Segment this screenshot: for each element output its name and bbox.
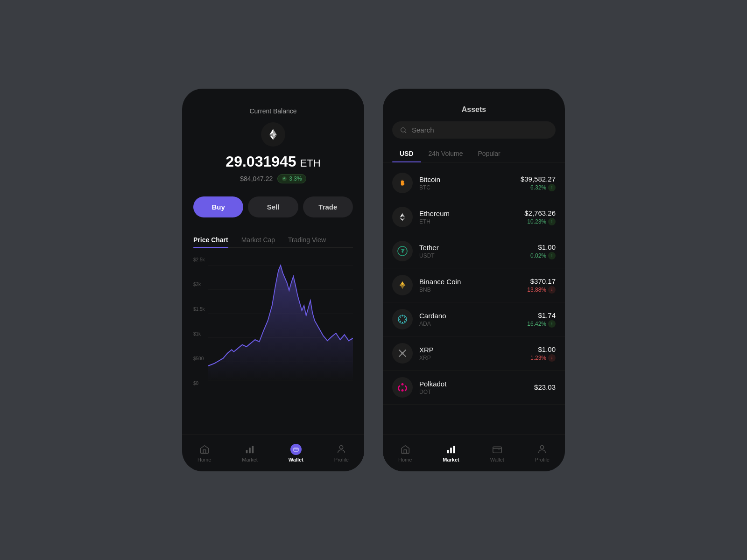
svg-point-39 <box>402 383 404 385</box>
ada-symbol: ADA <box>419 321 521 327</box>
nav-profile-right[interactable]: Profile <box>535 444 550 462</box>
ada-name: Cardano <box>419 312 521 320</box>
eth-price: $2,763.26 <box>524 209 556 217</box>
svg-point-17 <box>340 445 343 448</box>
nav-wallet[interactable]: Wallet <box>289 444 303 462</box>
eth-icon <box>261 122 285 147</box>
nav-home-right[interactable]: Home <box>398 444 412 462</box>
usdt-icon: ₮ <box>392 241 413 261</box>
dot-name: Polkadot <box>419 380 528 388</box>
tab-price-chart[interactable]: Price Chart <box>193 232 228 247</box>
tab-popular[interactable]: Popular <box>471 146 508 162</box>
btc-info: Bitcoin BTC <box>419 175 514 191</box>
asset-tabs: USD 24h Volume Popular <box>383 146 565 162</box>
xrp-name: XRP <box>419 346 524 354</box>
xrp-change: 1.23% ↓ <box>530 354 556 362</box>
svg-point-37 <box>404 316 405 317</box>
asset-row-ada[interactable]: Cardano ADA $1.74 16.42% ↑ <box>383 302 565 336</box>
bnb-change: 13.88% ↓ <box>527 286 556 294</box>
home-icon <box>199 444 210 455</box>
svg-point-38 <box>402 352 404 355</box>
chart-wrapper: $2.5k $2k $1.5k $1k $500 $0 <box>193 255 353 388</box>
asset-row-dot[interactable]: Polkadot DOT $23.03 <box>383 371 565 405</box>
svg-marker-22 <box>400 218 403 221</box>
bnb-name: Binance Coin <box>419 278 521 286</box>
sell-button[interactable]: Sell <box>248 196 298 217</box>
usdt-info: Tether USDT <box>419 244 524 259</box>
y-label-0: $0 <box>193 381 204 386</box>
svg-marker-19 <box>402 213 405 217</box>
eth-list-icon <box>392 207 413 227</box>
xrp-price: $1.00 <box>530 345 556 353</box>
tab-usd[interactable]: USD <box>392 146 421 162</box>
nav-wallet-label: Wallet <box>289 457 303 462</box>
tab-trading-view[interactable]: Trading View <box>288 232 326 247</box>
svg-point-30 <box>402 315 403 316</box>
asset-row-eth[interactable]: Ethereum ETH $2,763.26 10.23% ↑ <box>383 200 565 234</box>
bnb-change-icon: ↓ <box>548 286 556 294</box>
search-input[interactable] <box>412 126 548 134</box>
asset-row-btc[interactable]: Bitcoin BTC $39,582.27 6.32% ↑ <box>383 166 565 200</box>
market-icon <box>244 444 255 455</box>
dot-price: $23.03 <box>534 383 556 391</box>
dot-symbol: DOT <box>419 389 528 395</box>
assets-title: Assets <box>383 89 565 121</box>
chart-tabs: Price Chart Market Cap Trading View <box>193 232 353 248</box>
svg-rect-14 <box>249 448 251 453</box>
right-phone: Assets USD 24h Volume Popular <box>383 89 565 471</box>
balance-currency: ETH <box>300 157 321 169</box>
tab-24h-volume[interactable]: 24h Volume <box>421 146 471 162</box>
profile-icon-left <box>336 444 347 455</box>
buy-button[interactable]: Buy <box>193 196 243 217</box>
nav-home-label: Home <box>197 457 211 462</box>
action-buttons: Buy Sell Trade <box>193 196 353 217</box>
nav-profile-label-right: Profile <box>535 457 550 462</box>
svg-rect-43 <box>453 446 455 453</box>
svg-rect-15 <box>252 446 254 453</box>
btc-price-col: $39,582.27 6.32% ↑ <box>521 175 556 191</box>
svg-marker-21 <box>402 218 405 221</box>
svg-rect-13 <box>246 449 248 453</box>
nav-market[interactable]: Market <box>242 444 258 462</box>
dot-price-col: $23.03 <box>534 383 556 392</box>
btc-change-icon: ↑ <box>548 184 556 191</box>
tab-market-cap[interactable]: Market Cap <box>241 232 275 247</box>
market-icon-right <box>445 444 457 455</box>
eth-change-icon: ↑ <box>548 218 556 225</box>
y-label-2500: $2.5k <box>193 257 204 262</box>
btc-symbol: BTC <box>419 184 514 191</box>
asset-row-xrp[interactable]: XRP XRP $1.00 1.23% ↓ <box>383 336 565 371</box>
asset-row-usdt[interactable]: ₮ Tether USDT $1.00 0.02% ↑ <box>383 234 565 268</box>
usdt-change-icon: ↑ <box>548 252 556 259</box>
nav-profile-left[interactable]: Profile <box>334 444 349 462</box>
trade-button[interactable]: Trade <box>303 196 353 217</box>
eth-info: Ethereum ETH <box>419 210 518 225</box>
ada-price-col: $1.74 16.42% ↑ <box>527 311 556 328</box>
btc-change: 6.32% ↑ <box>521 184 556 191</box>
usdt-name: Tether <box>419 244 524 252</box>
nav-market-right[interactable]: Market <box>443 444 459 462</box>
svg-rect-42 <box>450 448 452 453</box>
nav-wallet-right[interactable]: Wallet <box>490 444 504 462</box>
usd-value: $84,047.22 <box>240 175 273 182</box>
change-badge: 3.3% <box>277 174 306 183</box>
svg-rect-16 <box>294 448 298 451</box>
asset-row-bnb[interactable]: Binance Coin BNB $370.17 13.88% ↓ <box>383 268 565 302</box>
dot-icon <box>392 377 413 398</box>
search-bar[interactable] <box>392 121 556 139</box>
ada-icon <box>392 309 413 329</box>
ada-price: $1.74 <box>527 311 556 319</box>
nav-home[interactable]: Home <box>197 444 211 462</box>
bnb-symbol: BNB <box>419 287 521 293</box>
xrp-change-icon: ↓ <box>548 354 556 362</box>
assets-list: Bitcoin BTC $39,582.27 6.32% ↑ <box>383 166 565 434</box>
search-icon <box>400 126 407 134</box>
y-label-500: $500 <box>193 356 204 361</box>
left-phone: Current Balance 29.031945 ETH $84,047.22 <box>182 89 364 471</box>
xrp-symbol: XRP <box>419 355 524 361</box>
svg-point-33 <box>405 319 406 320</box>
usdt-symbol: USDT <box>419 252 524 259</box>
svg-point-45 <box>541 445 544 448</box>
svg-point-35 <box>404 321 405 322</box>
eth-symbol: ETH <box>419 218 518 225</box>
